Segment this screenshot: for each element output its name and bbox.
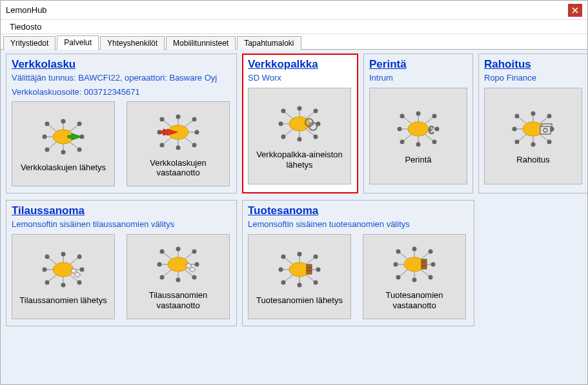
svg-rect-171 (421, 259, 427, 262)
svg-point-131 (168, 257, 188, 271)
svg-point-162 (396, 250, 401, 254)
panel-tilaussanoma: Tilaussanoma Lemonsoftin sisäinen tilaus… (6, 200, 237, 326)
svg-point-17 (77, 148, 82, 152)
svg-point-47 (281, 108, 286, 113)
svg-marker-114 (74, 272, 81, 277)
svg-point-68 (432, 114, 437, 118)
menu-file[interactable]: Tiedosto (6, 21, 45, 33)
hub-stack-send-icon (272, 248, 327, 291)
tile-label: Tuotesanomien vastaanotto (367, 290, 461, 310)
tile-tuotesanomien-vastaanotto[interactable]: Tuotesanomien vastaanotto (363, 234, 466, 319)
titlebar: LemonHub (1, 1, 587, 20)
svg-point-87 (512, 126, 517, 131)
svg-point-164 (429, 250, 433, 254)
svg-point-143 (298, 252, 302, 256)
svg-text:€: € (428, 124, 434, 137)
svg-point-128 (160, 275, 165, 280)
svg-point-34 (176, 145, 181, 150)
panel-sub-perinta: Intrum (369, 72, 467, 84)
svg-point-84 (515, 114, 520, 118)
svg-point-15 (45, 148, 50, 152)
tab-tapahtumaloki[interactable]: Tapahtumaloki (237, 36, 301, 50)
tile-rahoitus[interactable]: Rahoitus (484, 88, 582, 184)
tile-label: Tuotesanomien lähetys (256, 295, 343, 306)
hub-send-icon (35, 115, 91, 159)
svg-point-32 (195, 130, 199, 134)
tile-perinta[interactable]: € Perintä (369, 88, 467, 184)
svg-point-169 (429, 275, 433, 280)
svg-point-167 (396, 275, 401, 280)
svg-point-112 (53, 262, 74, 277)
svg-point-10 (45, 122, 50, 126)
panel-sub-verkkolasku-2: Verkkolaskuosoite: 003712345671 (12, 86, 231, 98)
svg-point-168 (412, 278, 417, 282)
svg-rect-151 (307, 264, 312, 268)
svg-point-13 (43, 135, 47, 139)
panel-title-tuotesanoma[interactable]: Tuotesanoma (248, 204, 469, 217)
tab-mobiilitunnisteet[interactable]: Mobiilitunnisteet (166, 36, 236, 50)
tile-verkkolaskujen-lahetys[interactable]: Verkkolaskujen lähetys (12, 101, 115, 186)
svg-point-52 (281, 134, 286, 139)
panel-title-verkkolasku[interactable]: Verkkolasku (12, 58, 231, 71)
tile-tuotesanomien-lahetys[interactable]: Tuotesanomien lähetys (248, 234, 351, 319)
svg-point-49 (314, 108, 318, 113)
svg-rect-153 (307, 271, 312, 274)
svg-point-48 (298, 106, 302, 110)
panel-sub-rahoitus: Ropo Finance (484, 72, 582, 84)
tile-label: Verkkolaskujen vastaanotto (131, 158, 225, 178)
tab-yhteyshenkilot[interactable]: Yhteyshenkilöt (100, 36, 165, 50)
svg-rect-172 (421, 262, 427, 266)
svg-point-110 (61, 282, 66, 287)
svg-point-50 (279, 121, 283, 126)
svg-point-111 (77, 280, 82, 284)
panel-sub-tuotesanoma: Lemonsoftin sisäinen tuotesanomien välit… (248, 219, 469, 230)
svg-point-11 (61, 119, 66, 124)
svg-point-16 (61, 150, 66, 155)
close-button[interactable] (568, 4, 582, 17)
panel-verkkopalkka: Verkkopalkka SD Worx (242, 54, 358, 193)
svg-point-106 (77, 254, 82, 259)
svg-point-130 (192, 275, 197, 280)
svg-point-30 (192, 117, 197, 121)
hub-receive-icon (150, 110, 206, 154)
svg-point-69 (398, 126, 402, 131)
svg-point-148 (298, 282, 302, 287)
svg-point-28 (160, 117, 165, 121)
panel-title-rahoitus[interactable]: Rahoitus (484, 58, 582, 71)
hub-stack-recv-icon (387, 242, 442, 286)
tab-yritystiedot[interactable]: Yritystiedot (3, 36, 56, 50)
hub-link-icon (272, 102, 327, 146)
svg-point-107 (43, 267, 47, 271)
svg-point-72 (416, 142, 421, 146)
tile-label: Tilaussanomien lähetys (19, 295, 106, 306)
panel-sub-verkkolasku-1: Välittäjän tunnus: BAWCFI22, operaattori… (12, 72, 231, 84)
hub-folder-icon (505, 107, 561, 151)
svg-point-29 (176, 114, 181, 119)
svg-marker-133 (189, 267, 196, 272)
svg-point-33 (160, 143, 165, 147)
svg-point-71 (400, 139, 405, 144)
svg-point-165 (394, 262, 398, 267)
svg-point-85 (531, 111, 536, 115)
tile-label: Perintä (405, 155, 431, 165)
tile-verkkolaskujen-vastaanotto[interactable]: Verkkolaskujen vastaanotto (127, 101, 230, 186)
svg-point-124 (176, 247, 181, 252)
tile-verkkopalkka-aineiston-lahetys[interactable]: Verkkopalkka-aineiston lähetys (248, 88, 351, 184)
panel-title-verkkopalkka[interactable]: Verkkopalkka (248, 58, 352, 71)
svg-point-54 (314, 134, 318, 139)
panel-verkkolasku: Verkkolasku Välittäjän tunnus: BAWCFI22,… (6, 54, 237, 193)
svg-point-74 (408, 122, 429, 136)
menubar: Tiedosto (1, 20, 587, 34)
tabbar: Yritystiedot Palvelut Yhteyshenkilöt Mob… (1, 34, 587, 50)
svg-point-12 (77, 122, 82, 126)
panel-title-perinta[interactable]: Perintä (369, 58, 467, 71)
panel-title-tilaussanoma[interactable]: Tilaussanoma (12, 204, 231, 217)
tile-tilaussanomien-lahetys[interactable]: Tilaussanomien lähetys (12, 234, 115, 319)
svg-point-142 (281, 254, 286, 259)
svg-point-145 (279, 267, 283, 271)
tile-tilaussanomien-vastaanotto[interactable]: Tilaussanomien vastaanotto (127, 234, 230, 319)
svg-point-53 (298, 137, 302, 141)
tab-palvelut[interactable]: Palvelut (57, 35, 99, 50)
svg-point-89 (515, 139, 520, 144)
svg-point-67 (416, 111, 421, 115)
